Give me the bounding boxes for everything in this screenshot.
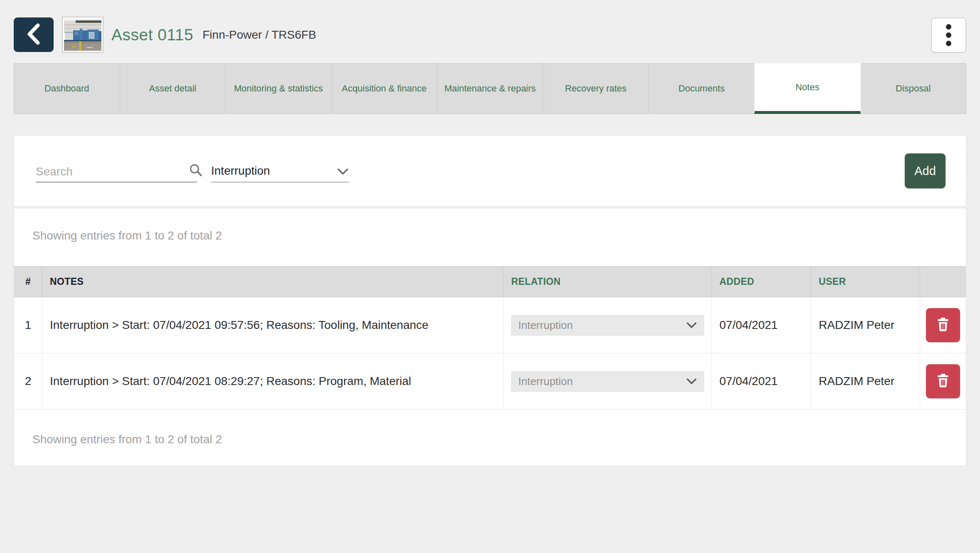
trash-icon (935, 317, 951, 334)
header-user[interactable]: USER (811, 267, 920, 297)
page-title: Asset 0115 (111, 26, 193, 44)
tab-bar: Dashboard Asset detail Monitoring & stat… (14, 63, 966, 114)
tab-dashboard[interactable]: Dashboard (14, 63, 120, 114)
header-relation[interactable]: RELATION (503, 267, 712, 297)
entries-summary-top: Showing entries from 1 to 2 of total 2 (32, 229, 222, 242)
relation-select-value: Interruption (518, 375, 573, 388)
relation-filter-select[interactable]: Interruption (211, 159, 349, 183)
search-field (36, 159, 197, 183)
cell-user: RADZIM Peter (811, 297, 920, 353)
search-icon (189, 163, 202, 178)
cell-index: 2 (14, 353, 42, 409)
notes-panel: Showing entries from 1 to 2 of total 2 #… (14, 208, 966, 466)
add-button[interactable]: Add (905, 153, 946, 188)
table-row: 1 Interruption > Start: 07/04/2021 09:57… (14, 297, 966, 353)
tab-label: Asset detail (149, 82, 196, 95)
delete-button[interactable] (926, 308, 960, 342)
tab-recovery-rates[interactable]: Recovery rates (543, 63, 649, 114)
tab-label: Documents (679, 82, 725, 95)
chevron-left-icon (25, 22, 43, 47)
tab-notes[interactable]: Notes (754, 63, 861, 114)
tab-disposal[interactable]: Disposal (860, 63, 967, 114)
cell-note: Interruption > Start: 07/04/2021 09:57:5… (42, 297, 503, 353)
search-input[interactable] (36, 165, 186, 178)
cell-user: RADZIM Peter (811, 353, 920, 409)
back-button[interactable] (14, 17, 54, 52)
more-options-button[interactable] (931, 17, 966, 53)
tab-documents[interactable]: Documents (648, 63, 755, 114)
tab-label: Monitoring & statistics (234, 82, 323, 95)
trash-icon (935, 373, 951, 390)
cell-relation: Interruption (503, 297, 712, 353)
table-header-row: # NOTES RELATION ADDED USER (14, 266, 966, 297)
tab-label: Notes (795, 81, 819, 94)
tab-label: Maintenance & repairs (444, 82, 536, 95)
cell-relation: Interruption (503, 353, 712, 409)
cell-actions (920, 297, 966, 353)
chevron-down-icon (686, 319, 697, 332)
relation-filter-value: Interruption (211, 164, 270, 178)
relation-select[interactable]: Interruption (511, 371, 704, 392)
relation-select-value: Interruption (518, 319, 573, 332)
chevron-down-icon (337, 168, 349, 178)
tab-maintenance-repairs[interactable]: Maintenance & repairs (437, 63, 543, 114)
page-subtitle: Finn-Power / TRS6FB (202, 28, 316, 42)
table-row: 2 Interruption > Start: 07/04/2021 08:29… (14, 353, 966, 410)
notes-table: # NOTES RELATION ADDED USER 1 Interrupti… (14, 266, 966, 410)
header-index: # (14, 267, 42, 297)
tab-label: Disposal (896, 82, 931, 95)
header-actions (920, 267, 966, 297)
header-added[interactable]: ADDED (712, 267, 811, 297)
page-title-row: Asset 0115 Finn-Power / TRS6FB (111, 17, 316, 53)
tab-acquisition-finance[interactable]: Acquisition & finance (331, 63, 438, 114)
tab-monitoring-statistics[interactable]: Monitoring & statistics (225, 63, 332, 114)
header-notes: NOTES (42, 267, 503, 297)
asset-thumbnail (62, 17, 103, 53)
filter-panel: Interruption Add (14, 135, 966, 207)
cell-index: 1 (14, 297, 42, 353)
cell-added: 07/04/2021 (712, 353, 811, 409)
cell-note: Interruption > Start: 07/04/2021 08:29:2… (42, 353, 503, 409)
entries-summary-bottom: Showing entries from 1 to 2 of total 2 (32, 433, 222, 446)
delete-button[interactable] (926, 364, 960, 398)
chevron-down-icon (686, 375, 697, 388)
cell-added: 07/04/2021 (712, 297, 811, 353)
cell-actions (920, 353, 966, 409)
tab-label: Recovery rates (565, 82, 627, 95)
tab-label: Dashboard (44, 82, 89, 95)
tab-label: Acquisition & finance (342, 82, 426, 95)
factory-photo-icon (64, 19, 101, 51)
relation-select[interactable]: Interruption (511, 315, 704, 336)
tab-asset-detail[interactable]: Asset detail (120, 63, 226, 114)
